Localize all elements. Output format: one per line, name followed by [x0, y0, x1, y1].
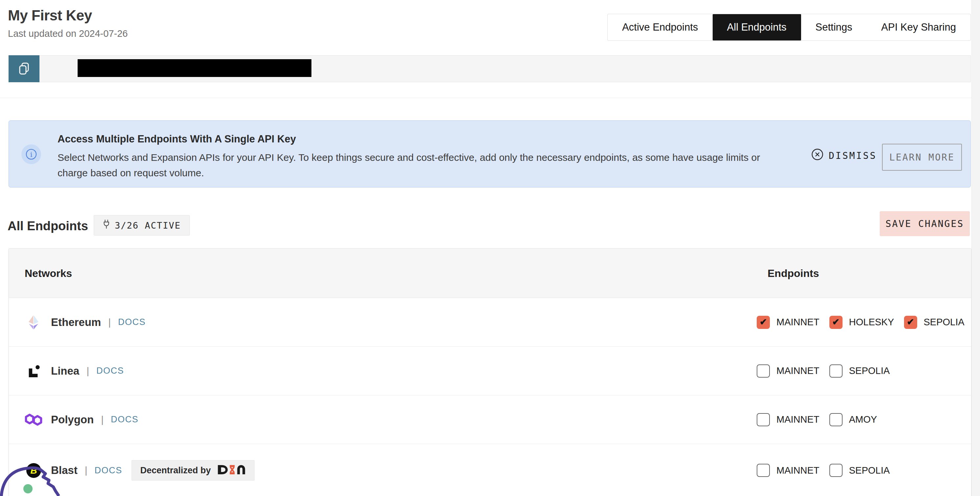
checkbox-unchecked[interactable]: [829, 413, 843, 426]
tab-settings[interactable]: Settings: [801, 14, 867, 40]
redacted-api-key: [78, 59, 312, 77]
page-header: My First Key Last updated on 2024-07-26: [8, 7, 127, 39]
endpoint-option-holesky[interactable]: HOLESKY: [829, 316, 894, 329]
network-name: Linea: [51, 365, 79, 377]
tab-api-key-sharing[interactable]: API Key Sharing: [867, 14, 970, 40]
tab-active-endpoints[interactable]: Active Endpoints: [608, 14, 713, 40]
copy-icon: [17, 61, 31, 76]
endpoint-label: SEPOLIA: [849, 465, 890, 476]
active-count-text: 3/26 ACTIVE: [115, 220, 181, 231]
endpoint-label: MAINNET: [776, 317, 819, 327]
circle-x-icon: [811, 148, 824, 163]
endpoint-option-mainnet[interactable]: MAINNET: [757, 464, 819, 477]
endpoint-checkboxes: MAINNETHOLESKYSEPOLIA: [757, 298, 964, 347]
endpoint-label: MAINNET: [776, 366, 819, 376]
save-changes-button[interactable]: SAVE CHANGES: [880, 211, 970, 236]
docs-link-linea[interactable]: DOCS: [96, 366, 124, 376]
table-header: Networks Endpoints: [9, 249, 971, 298]
api-key-field[interactable]: [40, 55, 971, 82]
api-key-bar: [8, 55, 971, 82]
endpoint-checkboxes: MAINNETAMOY: [757, 395, 877, 444]
din-logo: [217, 464, 246, 477]
table-row-ethereum: Ethereum | DOCS MAINNETHOLESKYSEPOLIA: [9, 298, 971, 347]
decentralized-by-text: Decentralized by: [140, 466, 211, 475]
checkbox-unchecked[interactable]: [757, 464, 770, 477]
dismiss-label: DISMISS: [829, 150, 877, 161]
endpoint-label: MAINNET: [776, 465, 819, 476]
page-title: My First Key: [8, 7, 127, 24]
info-banner: i Access Multiple Endpoints With A Singl…: [8, 120, 971, 188]
banner-title: Access Multiple Endpoints With A Single …: [57, 133, 296, 145]
table-row-polygon: Polygon | DOCS MAINNETAMOY: [9, 395, 971, 444]
endpoint-checkboxes: MAINNETSEPOLIA: [757, 347, 890, 395]
checkbox-checked[interactable]: [904, 316, 917, 329]
separator: |: [85, 465, 88, 476]
endpoint-label: SEPOLIA: [849, 366, 890, 376]
checkbox-checked[interactable]: [829, 316, 843, 329]
section-divider: [0, 98, 972, 98]
endpoint-label: MAINNET: [776, 414, 819, 425]
endpoint-checkboxes: MAINNETSEPOLIA: [757, 444, 890, 496]
active-count-badge: 3/26 ACTIVE: [94, 215, 190, 235]
svg-text:i: i: [30, 151, 33, 159]
separator: |: [108, 317, 111, 328]
docs-link-blast[interactable]: DOCS: [95, 466, 123, 475]
table-row-blast: B Blast | DOCS Decentralized by M: [9, 444, 971, 496]
endpoint-label: AMOY: [849, 414, 877, 425]
docs-link-ethereum[interactable]: DOCS: [118, 317, 146, 327]
endpoint-option-mainnet[interactable]: MAINNET: [757, 413, 819, 426]
networks-column-header: Networks: [25, 249, 72, 298]
separator: |: [101, 414, 103, 425]
api-key-page: My First Key Last updated on 2024-07-26 …: [0, 0, 980, 496]
dismiss-button[interactable]: DISMISS: [811, 148, 877, 163]
separator: |: [86, 366, 89, 377]
docs-link-polygon[interactable]: DOCS: [111, 415, 138, 424]
endpoint-option-sepolia[interactable]: SEPOLIA: [829, 364, 890, 378]
scrollbar-track[interactable]: [972, 0, 980, 496]
endpoint-option-sepolia[interactable]: SEPOLIA: [904, 316, 964, 329]
endpoints-column-header: Endpoints: [768, 249, 819, 298]
network-name: Polygon: [51, 413, 94, 426]
endpoints-table: Networks Endpoints Ethereum | DOCS MAINN…: [8, 248, 972, 496]
checkbox-unchecked[interactable]: [757, 413, 770, 426]
network-name: Ethereum: [51, 316, 101, 329]
ethereum-logo: [25, 315, 43, 330]
online-status-dot: [23, 484, 33, 493]
plug-icon: [103, 219, 110, 232]
checkbox-unchecked[interactable]: [829, 364, 843, 378]
checkbox-unchecked[interactable]: [757, 364, 770, 378]
checkbox-checked[interactable]: [757, 316, 770, 329]
banner-body: Select Networks and Expansion APIs for y…: [57, 149, 761, 181]
endpoint-option-mainnet[interactable]: MAINNET: [757, 316, 819, 329]
endpoint-option-mainnet[interactable]: MAINNET: [757, 364, 819, 378]
decentralized-by-din-badge: Decentralized by: [132, 460, 255, 480]
endpoint-label: SEPOLIA: [924, 317, 964, 327]
last-updated-text: Last updated on 2024-07-26: [8, 28, 127, 39]
linea-logo: [25, 364, 43, 378]
endpoint-label: HOLESKY: [849, 317, 894, 327]
table-row-linea: Linea | DOCS MAINNETSEPOLIA: [9, 347, 971, 395]
endpoint-option-sepolia[interactable]: SEPOLIA: [829, 464, 890, 477]
tab-all-endpoints[interactable]: All Endpoints: [713, 14, 801, 40]
checkbox-unchecked[interactable]: [829, 464, 843, 477]
info-icon: i: [21, 145, 41, 164]
endpoint-option-amoy[interactable]: AMOY: [829, 413, 877, 426]
polygon-logo: [25, 412, 43, 427]
copy-api-key-button[interactable]: [8, 55, 40, 82]
chat-widget[interactable]: [0, 460, 82, 496]
learn-more-button[interactable]: LEARN MORE: [882, 144, 962, 171]
tab-bar: Active Endpoints All Endpoints Settings …: [608, 14, 971, 41]
all-endpoints-heading: All Endpoints: [8, 219, 88, 233]
